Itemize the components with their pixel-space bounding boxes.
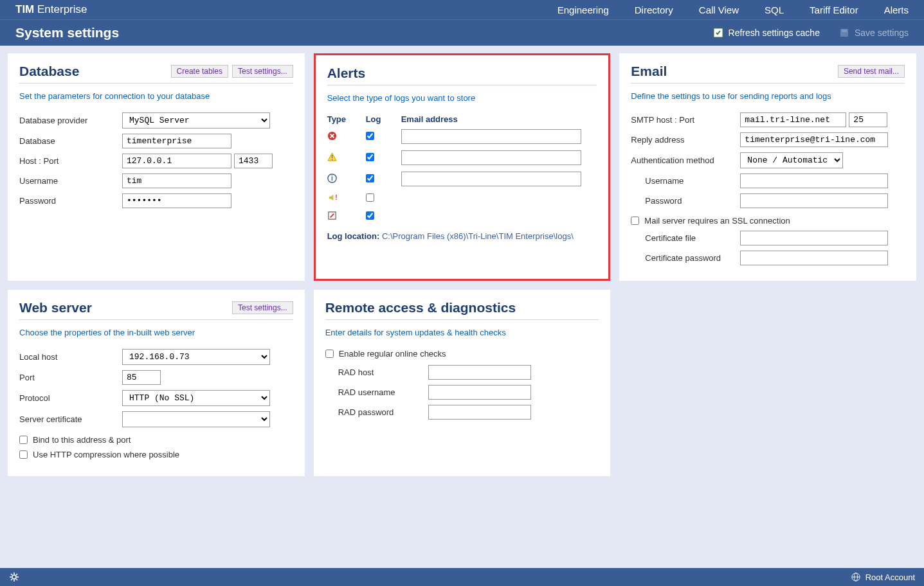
- log-location: Log location: C:\Program Files (x86)\Tri…: [327, 231, 597, 241]
- top-nav: TIM Enterprise Engineering Directory Cal…: [0, 0, 924, 19]
- enable-checks-label: Enable regular online checks: [339, 349, 446, 359]
- page-title: System settings: [15, 25, 119, 40]
- create-tables-button[interactable]: Create tables: [171, 65, 228, 78]
- save-settings-button[interactable]: Save settings: [839, 28, 909, 38]
- rad-user-input[interactable]: [428, 385, 531, 400]
- sub-bar: System settings Refresh settings cache S…: [0, 19, 924, 46]
- server-cert-select[interactable]: [122, 411, 270, 427]
- refresh-settings-button[interactable]: Refresh settings cache: [713, 28, 820, 38]
- database-desc: Set the parameters for connection to you…: [19, 91, 293, 101]
- ssl-checkbox[interactable]: [631, 217, 639, 225]
- smtp-label: SMTP host : Port: [631, 115, 740, 125]
- alerts-title: Alerts: [327, 66, 366, 81]
- svg-line-15: [16, 579, 17, 580]
- web-port-label: Port: [19, 373, 122, 382]
- log-location-path: C:\Program Files (x86)\Tri-Line\TIM Ente…: [382, 231, 574, 241]
- web-server-panel: Web server Test settings... Choose the p…: [8, 290, 305, 476]
- compress-checkbox[interactable]: [19, 450, 28, 459]
- alert-info-log-checkbox[interactable]: [366, 174, 374, 182]
- email-pass-label: Password: [631, 196, 740, 206]
- nav-tariff-editor[interactable]: Tariff Editor: [810, 4, 858, 15]
- nav-call-view[interactable]: Call View: [699, 4, 739, 15]
- db-provider-select[interactable]: MySQL Server: [122, 112, 270, 129]
- cert-file-input[interactable]: [740, 231, 888, 245]
- reply-label: Reply address: [631, 135, 740, 145]
- db-port-input[interactable]: [234, 154, 273, 168]
- svg-text:!: !: [331, 154, 333, 161]
- email-username-input[interactable]: [740, 173, 888, 188]
- globe-icon: [851, 573, 860, 582]
- alerts-desc: Select the type of logs you want to stor…: [327, 93, 597, 103]
- send-test-mail-button[interactable]: Send test mail...: [838, 65, 905, 78]
- database-panel: Database Create tables Test settings... …: [8, 53, 305, 281]
- alert-row-error: [327, 129, 597, 144]
- db-password-input[interactable]: [122, 193, 231, 208]
- auth-method-select[interactable]: None / Automatic: [740, 152, 843, 168]
- remote-panel: Remote access & diagnostics Enter detail…: [314, 290, 611, 476]
- rad-host-input[interactable]: [428, 365, 531, 380]
- local-host-label: Local host: [19, 352, 122, 362]
- col-email: Email address: [401, 114, 597, 124]
- protocol-select[interactable]: HTTP (No SSL): [122, 390, 270, 406]
- alert-warning-log-checkbox[interactable]: [366, 153, 374, 161]
- email-user-label: Username: [631, 176, 740, 186]
- nav-links: Engineering Directory Call View SQL Tari…: [557, 4, 909, 15]
- test-web-settings-button[interactable]: Test settings...: [232, 301, 293, 314]
- email-panel: Email Send test mail... Define the setti…: [619, 53, 916, 281]
- smtp-host-input[interactable]: [740, 112, 846, 127]
- local-host-select[interactable]: 192.168.0.73: [122, 349, 270, 365]
- gear-icon[interactable]: [9, 572, 19, 582]
- compress-label: Use HTTP compression where possible: [33, 450, 179, 459]
- nav-alerts[interactable]: Alerts: [884, 4, 909, 15]
- refresh-icon: [713, 28, 723, 38]
- footer-account[interactable]: Root Account: [851, 573, 915, 582]
- alerts-panel: Alerts Select the type of logs you want …: [314, 53, 611, 281]
- alert-warning-email-input[interactable]: [401, 150, 581, 165]
- email-title: Email: [631, 64, 667, 79]
- error-icon: [327, 131, 337, 141]
- nav-sql[interactable]: SQL: [765, 4, 784, 15]
- bind-checkbox[interactable]: [19, 436, 28, 444]
- web-port-input[interactable]: [122, 370, 161, 385]
- database-title: Database: [19, 64, 79, 79]
- rad-pass-input[interactable]: [428, 405, 531, 420]
- db-user-label: Username: [19, 176, 122, 186]
- nav-directory[interactable]: Directory: [635, 4, 673, 15]
- proto-label: Protocol: [19, 393, 122, 403]
- alert-row-audio: !: [327, 193, 597, 204]
- alert-error-email-input[interactable]: [401, 129, 581, 144]
- smtp-port-input[interactable]: [849, 112, 887, 127]
- db-host-input[interactable]: [122, 154, 231, 168]
- alert-error-log-checkbox[interactable]: [366, 132, 374, 140]
- ssl-label: Mail server requires an SSL connection: [644, 216, 790, 226]
- footer-bar: Root Account: [0, 568, 924, 586]
- alert-edit-log-checkbox[interactable]: [366, 211, 374, 220]
- db-name-input[interactable]: [122, 134, 231, 148]
- audio-alert-icon: !: [327, 193, 337, 202]
- bind-label: Bind to this address & port: [33, 435, 131, 445]
- rad-host-label: RAD host: [338, 368, 428, 377]
- alert-audio-log-checkbox[interactable]: [366, 193, 374, 202]
- reply-address-input[interactable]: [740, 132, 888, 147]
- rad-user-label: RAD username: [338, 387, 428, 397]
- db-username-input[interactable]: [122, 173, 231, 188]
- cert-pass-input[interactable]: [740, 251, 888, 265]
- web-desc: Choose the properties of the in-built we…: [19, 328, 293, 337]
- db-provider-label: Database provider: [19, 116, 122, 125]
- nav-engineering[interactable]: Engineering: [557, 4, 609, 15]
- alert-row-info: i: [327, 172, 597, 186]
- remote-desc: Enter details for system updates & healt…: [325, 328, 599, 337]
- edit-icon: [327, 211, 337, 220]
- remote-title: Remote access & diagnostics: [325, 300, 516, 315]
- email-password-input[interactable]: [740, 193, 888, 208]
- svg-text:!: !: [335, 194, 337, 201]
- cert-pass-label: Certificate password: [631, 253, 740, 263]
- enable-checks-checkbox[interactable]: [325, 350, 334, 358]
- log-location-label: Log location:: [327, 231, 380, 241]
- col-log: Log: [366, 114, 401, 124]
- brand-prefix: TIM: [15, 3, 34, 15]
- test-db-settings-button[interactable]: Test settings...: [232, 65, 293, 78]
- account-label: Root Account: [865, 573, 915, 582]
- alert-info-email-input[interactable]: [401, 172, 581, 186]
- brand: TIM Enterprise: [15, 3, 87, 16]
